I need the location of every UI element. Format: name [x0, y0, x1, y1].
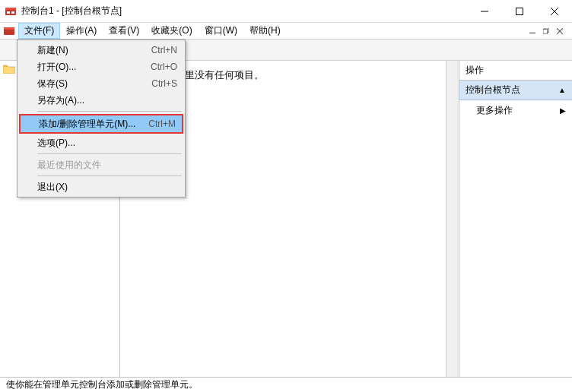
menu-new[interactable]: 新建(N) Ctrl+N: [19, 42, 183, 58]
scrollbar[interactable]: [446, 61, 459, 377]
menu-item-label: 选项(P)...: [37, 137, 177, 150]
menubar: 文件(F) 操作(A) 查看(V) 收藏夹(O) 窗口(W) 帮助(H): [0, 23, 572, 40]
titlebar: 控制台1 - [控制台根节点]: [0, 0, 572, 23]
menu-action[interactable]: 操作(A): [60, 23, 103, 39]
minimize-button[interactable]: [467, 0, 502, 23]
svg-rect-5: [516, 8, 523, 14]
collapse-icon: ▲: [558, 86, 566, 94]
menu-item-shortcut: Ctrl+S: [151, 78, 177, 89]
menu-window[interactable]: 窗口(W): [199, 23, 243, 39]
menu-item-label: 退出(X): [37, 181, 177, 194]
menu-add-remove-snapin[interactable]: 添加/删除管理单元(M)... Ctrl+M: [19, 114, 183, 134]
menu-item-label: 新建(N): [37, 44, 142, 57]
menu-item-label: 打开(O)...: [37, 61, 141, 74]
menu-item-shortcut: Ctrl+M: [148, 119, 176, 129]
actions-pane: 操作 控制台根节点 ▲ 更多操作 ▶: [459, 61, 572, 377]
svg-rect-1: [5, 8, 16, 10]
menu-item-label: 添加/删除管理单元(M)...: [39, 118, 139, 131]
svg-rect-2: [7, 11, 10, 14]
actions-section-label: 控制台根节点: [466, 84, 520, 96]
menu-open[interactable]: 打开(O)... Ctrl+O: [19, 58, 183, 75]
statusbar-text: 使你能在管理单元控制台添加或删除管理单元。: [6, 378, 198, 391]
close-button[interactable]: [537, 0, 572, 23]
menu-item-shortcut: Ctrl+N: [151, 45, 177, 55]
menu-save-as[interactable]: 另存为(A)...: [19, 92, 183, 109]
menu-options[interactable]: 选项(P)...: [19, 134, 183, 151]
menu-view[interactable]: 查看(V): [103, 23, 145, 39]
mdi-close-button[interactable]: [554, 26, 566, 36]
mdi-icon: [3, 25, 15, 37]
menu-item-label: 最近使用的文件: [37, 159, 177, 172]
svg-rect-3: [11, 11, 14, 14]
actions-more[interactable]: 更多操作 ▶: [459, 100, 572, 121]
menu-separator: [37, 175, 182, 176]
menu-separator: [37, 111, 182, 112]
actions-more-label: 更多操作: [476, 104, 513, 117]
file-dropdown: 新建(N) Ctrl+N 打开(O)... Ctrl+O 保存(S) Ctrl+…: [17, 40, 186, 198]
folder-icon: [3, 64, 15, 74]
menu-help[interactable]: 帮助(H): [243, 23, 287, 39]
menu-recent-files: 最近使用的文件: [19, 156, 183, 173]
actions-header: 操作: [459, 61, 572, 81]
app-icon: [5, 5, 17, 17]
menu-separator: [37, 153, 182, 154]
actions-section[interactable]: 控制台根节点 ▲: [459, 81, 572, 100]
svg-rect-9: [4, 27, 14, 30]
menu-exit[interactable]: 退出(X): [19, 179, 183, 195]
mdi-restore-button[interactable]: [540, 26, 552, 36]
menu-file[interactable]: 文件(F): [18, 23, 60, 39]
maximize-button[interactable]: [502, 0, 537, 23]
menu-item-label: 另存为(A)...: [37, 94, 177, 107]
chevron-right-icon: ▶: [560, 106, 566, 115]
window-title: 控制台1 - [控制台根节点]: [21, 5, 467, 17]
svg-rect-12: [543, 29, 548, 33]
menu-item-shortcut: Ctrl+O: [151, 62, 177, 72]
menu-favorites[interactable]: 收藏夹(O): [145, 23, 198, 39]
statusbar: 使你能在管理单元控制台添加或删除管理单元。: [0, 377, 572, 392]
menu-save[interactable]: 保存(S) Ctrl+S: [19, 75, 183, 92]
mdi-minimize-button[interactable]: [526, 26, 539, 36]
menu-item-label: 保存(S): [37, 77, 142, 90]
